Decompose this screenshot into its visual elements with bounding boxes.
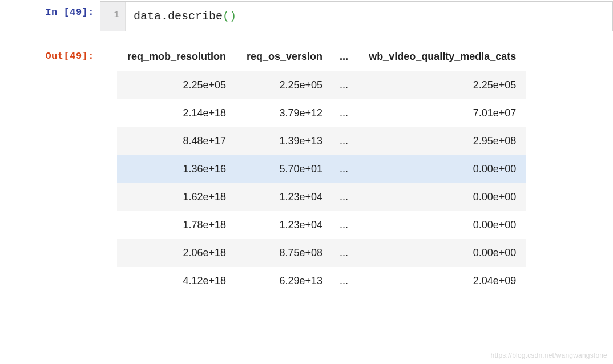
cell-value: 1.39e+13 (236, 127, 333, 155)
cell-ellipsis: ... (333, 211, 358, 239)
col-header: req_mob_resolution (117, 45, 236, 71)
cell-ellipsis: ... (333, 239, 358, 267)
col-header: wb_video_quality_media_cats (358, 45, 526, 71)
out-prefix: Out[ (45, 51, 70, 62)
watermark: https://blog.csdn.net/wangwangstone (491, 351, 607, 359)
output-cell: Out[49]: req_mob_resolution req_os_versi… (0, 44, 613, 295)
code-method: describe (168, 10, 223, 23)
cell-value: 0.00e+00 (358, 155, 526, 183)
cell-value: 2.14e+18 (117, 99, 236, 127)
col-header: req_os_version (236, 45, 333, 71)
line-gutter: 1 (100, 2, 126, 31)
col-header-ellipsis: ... (333, 45, 358, 71)
table-row: 2.25e+05 2.25e+05 ... 2.25e+05 (117, 71, 526, 100)
table-header-row: req_mob_resolution req_os_version ... wb… (117, 45, 526, 71)
cell-value: 0.00e+00 (358, 211, 526, 239)
paren-close: ) (229, 10, 236, 23)
table-row: 1.36e+16 5.70e+01 ... 0.00e+00 (117, 155, 526, 183)
table-row: 8.48e+17 1.39e+13 ... 2.95e+08 (117, 127, 526, 155)
cell-value: 1.62e+18 (117, 183, 236, 211)
cell-value: 1.23e+04 (236, 183, 333, 211)
cell-value: 0.00e+00 (358, 239, 526, 267)
dataframe-table: req_mob_resolution req_os_version ... wb… (117, 45, 526, 295)
code-cell[interactable]: 1 data.describe() (100, 1, 613, 31)
cell-value: 2.25e+05 (117, 71, 236, 100)
code-editor[interactable]: data.describe() (126, 2, 612, 31)
in-num: 49 (70, 7, 82, 18)
in-prompt: In [49]: (0, 0, 100, 31)
cell-value: 1.23e+04 (236, 211, 333, 239)
out-num: 49 (70, 51, 82, 62)
line-number: 1 (114, 10, 119, 20)
cell-value: 4.12e+18 (117, 267, 236, 295)
cell-value: 1.36e+16 (117, 155, 236, 183)
table-row: 1.78e+18 1.23e+04 ... 0.00e+00 (117, 211, 526, 239)
code-obj: data (134, 10, 161, 23)
cell-value: 2.25e+05 (358, 71, 526, 100)
code-dot: . (161, 10, 168, 23)
cell-value: 0.00e+00 (358, 183, 526, 211)
cell-value: 2.04e+09 (358, 267, 526, 295)
cell-value: 5.70e+01 (236, 155, 333, 183)
out-suffix: ]: (82, 51, 94, 62)
paren-open: ( (223, 10, 229, 23)
cell-value: 3.79e+12 (236, 99, 333, 127)
cell-ellipsis: ... (333, 183, 358, 211)
table-row: 4.12e+18 6.29e+13 ... 2.04e+09 (117, 267, 526, 295)
cell-value: 2.25e+05 (236, 71, 333, 100)
cell-ellipsis: ... (333, 71, 358, 100)
cell-value: 7.01e+07 (358, 99, 526, 127)
cell-value: 8.75e+08 (236, 239, 333, 267)
table-row: 2.06e+18 8.75e+08 ... 0.00e+00 (117, 239, 526, 267)
cell-value: 6.29e+13 (236, 267, 333, 295)
cell-value: 2.06e+18 (117, 239, 236, 267)
cell-ellipsis: ... (333, 99, 358, 127)
cell-ellipsis: ... (333, 127, 358, 155)
table-body: 2.25e+05 2.25e+05 ... 2.25e+05 2.14e+18 … (117, 71, 526, 296)
in-prefix: In [ (45, 7, 70, 18)
input-cell: In [49]: 1 data.describe() (0, 0, 613, 31)
cell-ellipsis: ... (333, 267, 358, 295)
table-row: 2.14e+18 3.79e+12 ... 7.01e+07 (117, 99, 526, 127)
table-row: 1.62e+18 1.23e+04 ... 0.00e+00 (117, 183, 526, 211)
cell-ellipsis: ... (333, 155, 358, 183)
out-prompt: Out[49]: (0, 44, 100, 295)
cell-value: 2.95e+08 (358, 127, 526, 155)
cell-value: 8.48e+17 (117, 127, 236, 155)
in-suffix: ]: (82, 7, 94, 18)
output-content: req_mob_resolution req_os_version ... wb… (100, 44, 613, 295)
cell-value: 1.78e+18 (117, 211, 236, 239)
